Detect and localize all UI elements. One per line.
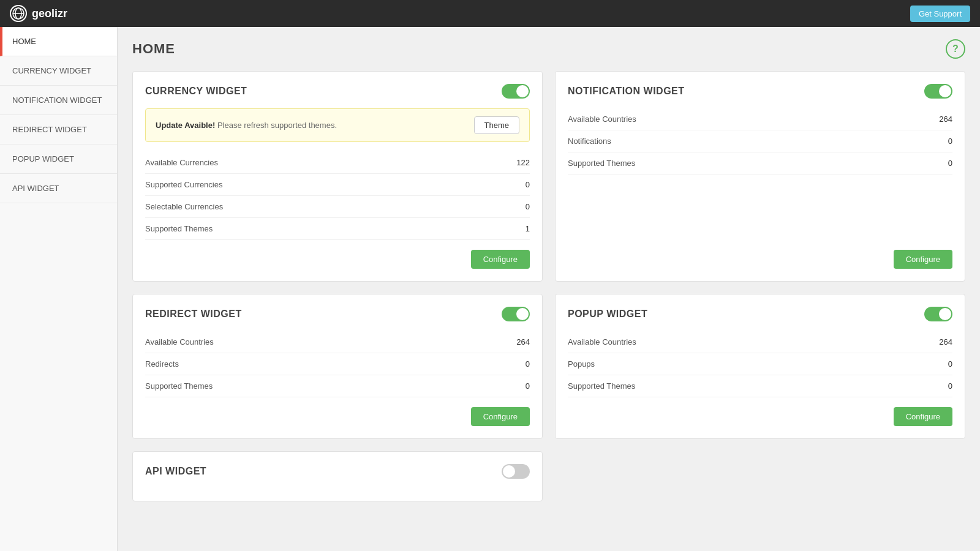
- currency-widget-card: CURRENCY WIDGET Update Avaible! Please r…: [132, 71, 543, 282]
- sidebar-item-currency-widget[interactable]: CURRENCY WIDGET: [0, 56, 117, 86]
- stat-label: Selectable Currencies: [145, 202, 223, 211]
- popup-widget-card: POPUP WIDGET Available Countries 264 Pop…: [555, 294, 965, 439]
- stat-row: Redirects 0: [145, 353, 530, 375]
- stat-label: Supported Themes: [568, 159, 635, 168]
- stat-value: 264: [516, 337, 530, 347]
- alert-bold: Update Avaible!: [156, 121, 215, 130]
- main-content: HOME ? CURRENCY WIDGET Update Avaible! P…: [118, 27, 980, 551]
- stat-row: Available Currencies 122: [145, 152, 530, 174]
- stat-label: Supported Themes: [145, 224, 213, 233]
- sidebar: HOME CURRENCY WIDGET NOTIFICATION WIDGET…: [0, 27, 118, 551]
- popup-widget-header: POPUP WIDGET: [568, 307, 952, 321]
- sidebar-item-notification-widget[interactable]: NOTIFICATION WIDGET: [0, 86, 117, 115]
- stat-value: 0: [948, 137, 952, 146]
- stat-value: 0: [948, 159, 952, 168]
- alert-text: Please refresh supported themes.: [217, 121, 337, 130]
- get-support-button[interactable]: Get Support: [910, 6, 970, 22]
- sidebar-item-popup-widget[interactable]: POPUP WIDGET: [0, 144, 117, 174]
- stat-label: Supported Themes: [568, 381, 635, 391]
- notification-widget-header: NOTIFICATION WIDGET: [568, 84, 952, 99]
- stat-value: 264: [939, 114, 952, 124]
- popup-widget-toggle[interactable]: [924, 307, 952, 321]
- logo-icon: [10, 5, 27, 22]
- popup-widget-title: POPUP WIDGET: [568, 309, 647, 320]
- stat-value: 0: [948, 381, 952, 391]
- currency-configure-button[interactable]: Configure: [471, 250, 530, 269]
- sidebar-item-home[interactable]: HOME: [0, 27, 117, 56]
- stat-row: Available Countries 264: [145, 331, 530, 353]
- stat-value: 0: [948, 359, 952, 369]
- stat-label: Notifications: [568, 137, 611, 146]
- stat-value: 264: [939, 337, 952, 347]
- stat-value: 0: [526, 202, 530, 211]
- logo-text: geolizr: [32, 7, 67, 20]
- notification-widget-toggle[interactable]: [924, 84, 952, 99]
- redirect-configure-button[interactable]: Configure: [471, 407, 530, 426]
- stat-label: Available Countries: [145, 337, 214, 347]
- logo: geolizr: [10, 5, 67, 22]
- redirect-widget-title: REDIRECT WIDGET: [145, 309, 242, 320]
- page-title: HOME: [132, 41, 175, 57]
- api-widget-header: API WIDGET: [145, 464, 530, 479]
- stat-value: 122: [516, 158, 530, 167]
- currency-widget-toggle[interactable]: [502, 84, 530, 99]
- page-header: HOME ?: [132, 39, 965, 59]
- stat-row: Supported Currencies 0: [145, 174, 530, 196]
- stat-row: Available Countries 264: [568, 108, 952, 130]
- notification-widget-title: NOTIFICATION WIDGET: [568, 86, 685, 97]
- currency-widget-title: CURRENCY WIDGET: [145, 86, 247, 97]
- sidebar-item-redirect-widget[interactable]: REDIRECT WIDGET: [0, 115, 117, 144]
- widgets-grid: CURRENCY WIDGET Update Avaible! Please r…: [132, 71, 965, 501]
- notification-widget-card: NOTIFICATION WIDGET Available Countries …: [555, 71, 965, 282]
- stat-value: 0: [526, 180, 530, 189]
- stat-row: Supported Themes 0: [568, 375, 952, 397]
- stat-row: Available Countries 264: [568, 331, 952, 353]
- redirect-widget-toggle[interactable]: [502, 307, 530, 321]
- popup-configure-button[interactable]: Configure: [894, 407, 952, 426]
- api-widget-card: API WIDGET: [132, 451, 543, 501]
- stat-value: 1: [526, 224, 530, 233]
- stat-label: Available Currencies: [145, 158, 218, 167]
- stat-label: Popups: [568, 359, 595, 369]
- currency-widget-header: CURRENCY WIDGET: [145, 84, 530, 99]
- stat-row: Supported Themes 0: [568, 152, 952, 174]
- redirect-widget-header: REDIRECT WIDGET: [145, 307, 530, 321]
- topnav: geolizr Get Support: [0, 0, 980, 27]
- sidebar-item-api-widget[interactable]: API WIDGET: [0, 174, 117, 203]
- stat-label: Redirects: [145, 359, 179, 369]
- redirect-widget-card: REDIRECT WIDGET Available Countries 264 …: [132, 294, 543, 439]
- stat-label: Available Countries: [568, 337, 636, 347]
- stat-label: Available Countries: [568, 114, 636, 124]
- help-icon[interactable]: ?: [946, 39, 965, 59]
- stat-label: Supported Themes: [145, 381, 213, 391]
- redirect-widget-footer: Configure: [145, 397, 530, 426]
- popup-widget-footer: Configure: [568, 397, 952, 426]
- theme-button[interactable]: Theme: [474, 116, 519, 134]
- notification-configure-button[interactable]: Configure: [894, 250, 952, 269]
- api-widget-title: API WIDGET: [145, 466, 206, 477]
- stat-value: 0: [526, 381, 530, 391]
- stat-row: Popups 0: [568, 353, 952, 375]
- alert-message: Update Avaible! Please refresh supported…: [156, 121, 337, 130]
- stat-row: Supported Themes 1: [145, 218, 530, 240]
- stat-value: 0: [526, 359, 530, 369]
- currency-widget-alert: Update Avaible! Please refresh supported…: [145, 108, 530, 142]
- stat-label: Supported Currencies: [145, 180, 222, 189]
- notification-widget-footer: Configure: [568, 240, 952, 269]
- stat-row: Selectable Currencies 0: [145, 196, 530, 218]
- stat-row: Supported Themes 0: [145, 375, 530, 397]
- currency-widget-footer: Configure: [145, 240, 530, 269]
- stat-row: Notifications 0: [568, 130, 952, 152]
- api-widget-toggle[interactable]: [502, 464, 530, 479]
